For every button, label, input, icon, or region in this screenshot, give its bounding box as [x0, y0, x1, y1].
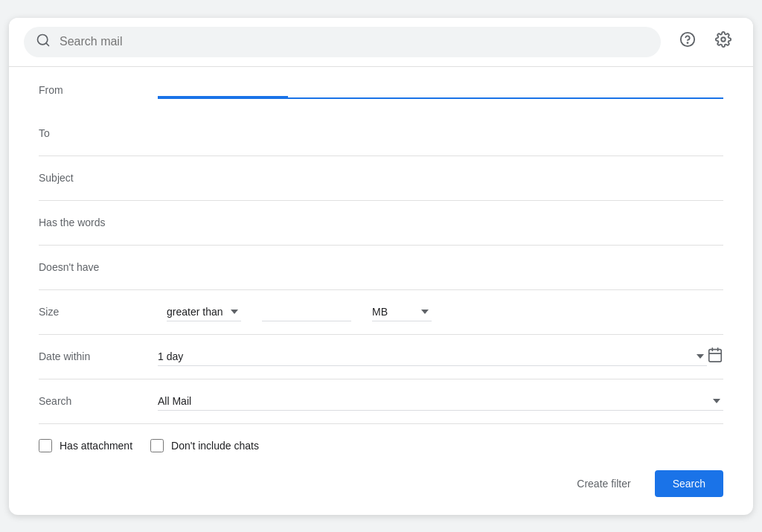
svg-point-4	[721, 37, 726, 42]
settings-button[interactable]	[708, 27, 738, 57]
help-icon	[679, 31, 696, 52]
subject-row: Subject	[39, 156, 723, 201]
search-button[interactable]: Search	[655, 470, 723, 497]
size-label: Size	[39, 306, 158, 318]
svg-line-1	[46, 42, 49, 45]
to-row: To	[39, 112, 723, 156]
header	[9, 18, 753, 67]
help-button[interactable]	[673, 27, 702, 57]
subject-label: Subject	[39, 172, 158, 184]
to-label: To	[39, 127, 158, 139]
to-input[interactable]	[158, 126, 723, 141]
doesnt-have-row: Doesn't have	[39, 246, 723, 290]
size-comparison-select[interactable]: greater than less than	[167, 303, 241, 321]
doesnt-have-label: Doesn't have	[39, 261, 158, 273]
from-label: From	[39, 84, 158, 96]
has-attachment-label: Has attachment	[60, 440, 132, 452]
footer-actions: Create filter Search	[39, 458, 723, 497]
from-row: From	[39, 67, 723, 112]
has-words-input[interactable]	[158, 215, 723, 230]
from-input[interactable]	[158, 81, 288, 97]
svg-rect-5	[709, 349, 722, 362]
form-container: From To Subject Has the words Doesn't ha…	[9, 67, 753, 515]
size-number-input[interactable]	[262, 303, 351, 321]
has-attachment-checkbox[interactable]	[39, 439, 52, 452]
search-icon	[36, 33, 51, 51]
date-within-label: Date within	[39, 350, 158, 362]
checkbox-row: Has attachment Don't include chats	[39, 424, 723, 458]
has-words-label: Has the words	[39, 217, 158, 228]
create-filter-button[interactable]: Create filter	[565, 472, 642, 496]
date-within-row: Date within 1 day 3 days 1 week 2 weeks …	[39, 335, 723, 379]
dont-include-chats-label: Don't include chats	[171, 440, 259, 452]
doesnt-have-input[interactable]	[158, 260, 723, 275]
gear-icon	[715, 31, 731, 52]
calendar-icon[interactable]	[707, 347, 723, 367]
has-attachment-checkbox-item[interactable]: Has attachment	[39, 439, 132, 452]
search-input[interactable]	[60, 35, 649, 48]
search-bar	[24, 27, 661, 57]
search-location-select[interactable]: All Mail Inbox Starred Sent Drafts Spam …	[158, 392, 723, 411]
has-words-row: Has the words	[39, 201, 723, 246]
main-container: From To Subject Has the words Doesn't ha…	[9, 18, 753, 515]
date-select-wrapper: 1 day 3 days 1 week 2 weeks 1 month 2 mo…	[158, 347, 723, 367]
header-icons	[673, 27, 738, 57]
dont-include-chats-checkbox[interactable]	[150, 439, 164, 452]
date-within-select[interactable]: 1 day 3 days 1 week 2 weeks 1 month 2 mo…	[158, 347, 707, 366]
dont-include-chats-checkbox-item[interactable]: Don't include chats	[150, 439, 259, 452]
size-unit-select[interactable]: MB KB Bytes	[372, 303, 432, 321]
subject-input[interactable]	[158, 170, 723, 185]
size-row: Size greater than less than MB KB Bytes	[39, 290, 723, 335]
search-field-row: Search All Mail Inbox Starred Sent Draft…	[39, 379, 723, 424]
search-field-label: Search	[39, 395, 158, 407]
